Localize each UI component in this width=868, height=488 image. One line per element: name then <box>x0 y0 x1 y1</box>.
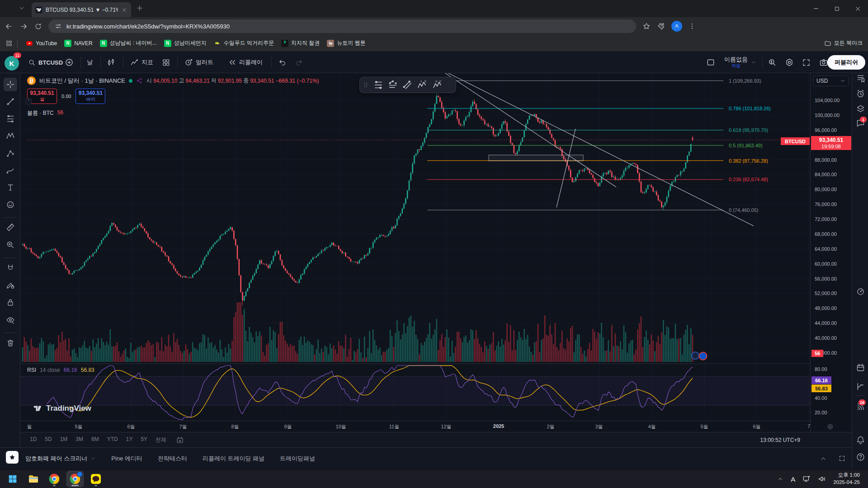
layers-icon[interactable] <box>855 103 866 114</box>
xabcd-tool[interactable] <box>4 129 17 143</box>
indicators-button[interactable]: 지표 <box>130 52 153 73</box>
bookmark-item[interactable]: YouTube <box>22 38 61 49</box>
help-icon[interactable] <box>855 451 866 462</box>
price-axis[interactable]: USD 104,000.00100,000.0096,000.0088,000.… <box>810 73 852 432</box>
extensions-icon[interactable] <box>657 22 665 30</box>
buy-button[interactable]: 93,340.51바이 <box>75 89 105 104</box>
panel-expand-icon[interactable] <box>820 455 827 462</box>
window-minimize-button[interactable] <box>806 0 826 17</box>
timeframe-button-1y[interactable]: 1Y <box>123 435 136 445</box>
tray-expand-icon[interactable] <box>777 476 783 482</box>
target-icon[interactable] <box>855 286 866 297</box>
snapshot-button[interactable] <box>819 52 828 73</box>
forward-icon[interactable] <box>19 22 28 31</box>
layout-select-button[interactable] <box>706 52 715 73</box>
interval-button[interactable]: 날 <box>87 52 93 73</box>
timeframe-button-ytd[interactable]: YTD <box>104 435 121 445</box>
tab-close-icon[interactable] <box>121 7 127 13</box>
browser-profile-avatar[interactable] <box>671 21 682 32</box>
url-field[interactable]: kr.tradingview.com/chart/ek2eS5dw/?symbo… <box>48 19 636 33</box>
browser-menu-icon[interactable] <box>689 23 696 30</box>
textT-tool[interactable] <box>4 181 17 194</box>
rsi-legend[interactable]: RSI 14 close 66.16 56.83 <box>27 367 94 373</box>
bookmark-item[interactable]: N성남날씨 : 네이버... <box>96 38 160 49</box>
calendar-icon[interactable] <box>855 362 866 373</box>
timeframe-button-5y[interactable]: 5Y <box>137 435 151 445</box>
back-icon[interactable] <box>5 22 13 31</box>
forecast-tool[interactable] <box>4 147 17 160</box>
elliott-correction-icon[interactable]: AC <box>432 80 443 90</box>
redo-button[interactable] <box>295 52 303 73</box>
alarm-icon[interactable] <box>855 88 866 99</box>
chrome-active-button[interactable] <box>67 471 83 487</box>
eyex-tool[interactable] <box>4 313 17 327</box>
fib-trend-extension-icon[interactable] <box>388 80 398 90</box>
trend-tool[interactable] <box>4 95 17 108</box>
window-close-button[interactable] <box>847 0 868 17</box>
all-bookmarks-button[interactable]: 모든 북마크 <box>824 39 863 47</box>
save-link[interactable]: 저장 <box>731 63 741 68</box>
bookmark-star-icon[interactable] <box>642 22 651 30</box>
layout-name-button[interactable]: 이름없음 저장 <box>724 52 757 73</box>
time-axis[interactable]: 월5월6월7월8월9월10월11월12월20252월3월4월5월6월7 <box>20 421 810 432</box>
currency-toggle[interactable]: USD <box>813 75 849 86</box>
timeframe-button-3m[interactable]: 3M <box>72 435 86 445</box>
fullscreen-button[interactable] <box>802 52 811 73</box>
bookmark-item[interactable]: 뉴뉴토끼 웹툰 <box>323 38 369 49</box>
undo-button[interactable] <box>278 52 287 73</box>
timeframe-button-5d[interactable]: 5D <box>42 435 55 445</box>
chart-area[interactable]: 1 (109,266.93)0.786 (101,818.26)0.618 (9… <box>20 73 810 421</box>
quick-search-button[interactable] <box>768 52 777 73</box>
tab-search-icon[interactable] <box>18 5 25 12</box>
start-button[interactable] <box>5 471 21 487</box>
floating-drawing-toolbar[interactable]: 15 AC <box>359 77 456 93</box>
timeframe-button-6m[interactable]: 6M <box>88 435 102 445</box>
chart-legend[interactable]: ₿ 비트코인 / 달러 · 1날 · BINANCE 시94,005.10 고9… <box>27 76 319 85</box>
clock[interactable]: 오후 1:00 2025-04-25 <box>833 472 860 486</box>
editlock-tool[interactable] <box>4 278 17 292</box>
timeframe-button-전체[interactable]: 전체 <box>152 435 170 445</box>
crosshair-tool[interactable] <box>4 78 17 91</box>
panel-maximize-icon[interactable] <box>839 455 845 462</box>
network-icon[interactable] <box>802 475 811 483</box>
bell-icon[interactable] <box>855 434 866 445</box>
site-controls-icon[interactable] <box>55 23 62 30</box>
chart-clock[interactable]: 13:00:52 UTC+9 <box>760 437 800 443</box>
timeframe-button-1m[interactable]: 1M <box>57 435 71 445</box>
footer-tab[interactable]: 트레이딩패널 <box>280 455 315 463</box>
footer-tab[interactable]: Pine 에디터 <box>111 455 142 463</box>
parallel-channel-icon[interactable] <box>402 80 412 90</box>
zoomin-tool[interactable] <box>4 238 17 252</box>
file-explorer-button[interactable] <box>25 471 42 487</box>
volume-legend[interactable]: 볼륨 · BTC56 <box>27 109 63 117</box>
reload-icon[interactable] <box>34 23 42 30</box>
fib-retracement-icon[interactable] <box>373 80 383 90</box>
indicator-templates-button[interactable] <box>162 52 170 73</box>
footer-tab[interactable]: 암호화폐 페어 스크리너 <box>25 455 96 463</box>
chart-style-button[interactable] <box>107 52 115 73</box>
alert-button[interactable]: 얼러트 <box>184 52 213 73</box>
goto-date-icon[interactable] <box>176 436 184 444</box>
symbol-search-button[interactable]: BTCUSD <box>28 52 63 73</box>
footer-tab[interactable]: 리플레이 트레이딩 패널 <box>203 455 264 463</box>
brush-tool[interactable] <box>4 164 17 178</box>
apps-grid-icon[interactable] <box>5 40 13 47</box>
trash-tool[interactable] <box>4 336 17 350</box>
bookmark-item[interactable]: NNAVER <box>61 38 96 49</box>
lock-tool[interactable] <box>4 296 17 309</box>
panelline-icon[interactable] <box>855 381 866 392</box>
ruler-tool[interactable] <box>4 221 17 234</box>
timeframe-button-1d[interactable]: 1D <box>27 435 40 445</box>
chrome-button[interactable] <box>46 471 62 487</box>
ime-indicator[interactable]: A <box>791 475 795 483</box>
fib-tool[interactable] <box>4 112 17 126</box>
magnet-tool[interactable] <box>4 261 17 275</box>
window-maximize-button[interactable] <box>826 0 847 17</box>
speaker-icon[interactable] <box>818 475 826 483</box>
browser-tab[interactable]: BTCUSD 93,340.51 ▼ −0.71% <box>32 2 131 17</box>
new-tab-button[interactable] <box>136 4 144 12</box>
elliott-impulse-icon[interactable]: 15 <box>417 80 428 90</box>
bookmark-item[interactable]: N성남미세먼지 <box>160 38 210 49</box>
favorite-drawings-button[interactable] <box>6 451 19 464</box>
legend-collapse-button[interactable]: ⌃ <box>25 98 32 104</box>
